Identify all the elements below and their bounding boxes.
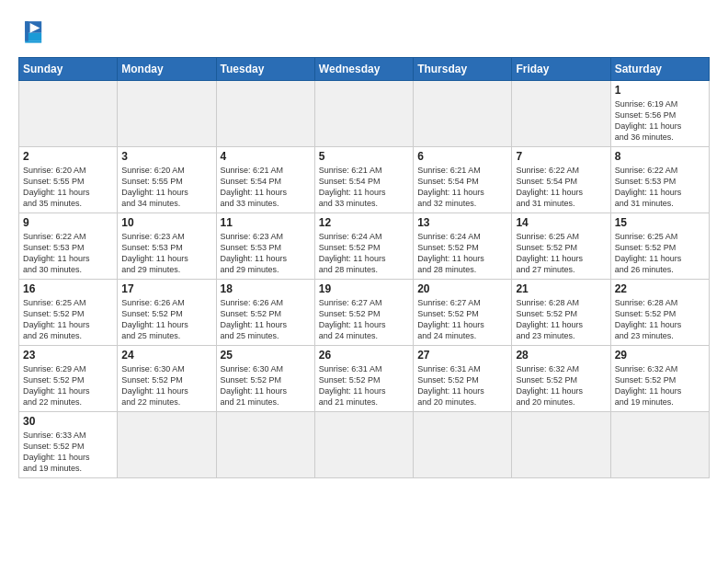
day-info: Sunrise: 6:24 AM Sunset: 5:52 PM Dayligh… xyxy=(319,231,409,276)
calendar-cell xyxy=(414,412,512,478)
header-thursday: Thursday xyxy=(414,58,512,81)
calendar-cell xyxy=(610,412,709,478)
calendar-cell: 26Sunrise: 6:31 AM Sunset: 5:52 PM Dayli… xyxy=(314,346,413,412)
day-number: 18 xyxy=(221,282,311,295)
day-number: 1 xyxy=(615,84,705,97)
day-info: Sunrise: 6:30 AM Sunset: 5:52 PM Dayligh… xyxy=(221,363,311,408)
calendar-row-2: 9Sunrise: 6:22 AM Sunset: 5:53 PM Daylig… xyxy=(19,213,710,280)
day-info: Sunrise: 6:26 AM Sunset: 5:52 PM Dayligh… xyxy=(121,297,211,342)
calendar-cell: 20Sunrise: 6:27 AM Sunset: 5:52 PM Dayli… xyxy=(414,280,512,346)
calendar-cell: 19Sunrise: 6:27 AM Sunset: 5:52 PM Dayli… xyxy=(314,280,413,346)
day-info: Sunrise: 6:25 AM Sunset: 5:52 PM Dayligh… xyxy=(516,231,606,276)
weekday-header-row: Sunday Monday Tuesday Wednesday Thursday… xyxy=(19,58,710,81)
page: Sunday Monday Tuesday Wednesday Thursday… xyxy=(0,0,728,488)
calendar-cell: 28Sunrise: 6:32 AM Sunset: 5:52 PM Dayli… xyxy=(512,346,610,412)
day-info: Sunrise: 6:20 AM Sunset: 5:55 PM Dayligh… xyxy=(23,165,113,210)
calendar-cell: 10Sunrise: 6:23 AM Sunset: 5:53 PM Dayli… xyxy=(118,213,216,280)
calendar-cell: 1Sunrise: 6:19 AM Sunset: 5:56 PM Daylig… xyxy=(610,81,709,147)
calendar-cell xyxy=(512,412,610,478)
header-saturday: Saturday xyxy=(610,58,709,81)
day-info: Sunrise: 6:26 AM Sunset: 5:52 PM Dayligh… xyxy=(221,297,311,342)
day-number: 19 xyxy=(319,282,409,295)
day-number: 5 xyxy=(319,150,409,163)
calendar-cell: 24Sunrise: 6:30 AM Sunset: 5:52 PM Dayli… xyxy=(118,346,216,412)
calendar-cell: 8Sunrise: 6:22 AM Sunset: 5:53 PM Daylig… xyxy=(610,147,709,213)
day-info: Sunrise: 6:22 AM Sunset: 5:54 PM Dayligh… xyxy=(516,165,606,210)
calendar-cell: 21Sunrise: 6:28 AM Sunset: 5:52 PM Dayli… xyxy=(512,280,610,346)
calendar-cell: 22Sunrise: 6:28 AM Sunset: 5:52 PM Dayli… xyxy=(610,280,709,346)
day-info: Sunrise: 6:21 AM Sunset: 5:54 PM Dayligh… xyxy=(221,165,311,210)
day-info: Sunrise: 6:29 AM Sunset: 5:52 PM Dayligh… xyxy=(23,363,113,408)
general-blue-icon xyxy=(18,15,51,48)
calendar-cell: 13Sunrise: 6:24 AM Sunset: 5:52 PM Dayli… xyxy=(414,213,512,280)
day-info: Sunrise: 6:28 AM Sunset: 5:52 PM Dayligh… xyxy=(516,297,606,342)
calendar-row-0: 1Sunrise: 6:19 AM Sunset: 5:56 PM Daylig… xyxy=(19,81,710,147)
calendar-cell xyxy=(19,81,118,147)
calendar-cell: 18Sunrise: 6:26 AM Sunset: 5:52 PM Dayli… xyxy=(216,280,314,346)
day-number: 27 xyxy=(417,349,507,362)
header-wednesday: Wednesday xyxy=(314,58,413,81)
day-number: 4 xyxy=(221,150,311,163)
day-number: 26 xyxy=(319,349,409,362)
calendar-cell xyxy=(314,81,413,147)
day-info: Sunrise: 6:19 AM Sunset: 5:56 PM Dayligh… xyxy=(615,98,705,144)
day-info: Sunrise: 6:21 AM Sunset: 5:54 PM Dayligh… xyxy=(319,165,409,210)
calendar-cell: 6Sunrise: 6:21 AM Sunset: 5:54 PM Daylig… xyxy=(414,147,512,213)
day-number: 23 xyxy=(23,349,113,362)
day-number: 12 xyxy=(319,216,409,229)
day-number: 11 xyxy=(221,216,311,229)
calendar-cell: 30Sunrise: 6:33 AM Sunset: 5:52 PM Dayli… xyxy=(19,412,118,478)
day-number: 30 xyxy=(23,415,113,428)
day-info: Sunrise: 6:31 AM Sunset: 5:52 PM Dayligh… xyxy=(417,363,507,408)
calendar-cell: 25Sunrise: 6:30 AM Sunset: 5:52 PM Dayli… xyxy=(216,346,314,412)
day-number: 20 xyxy=(417,282,507,295)
day-number: 16 xyxy=(23,282,113,295)
day-info: Sunrise: 6:27 AM Sunset: 5:52 PM Dayligh… xyxy=(417,297,507,342)
calendar-cell: 7Sunrise: 6:22 AM Sunset: 5:54 PM Daylig… xyxy=(512,147,610,213)
day-info: Sunrise: 6:22 AM Sunset: 5:53 PM Dayligh… xyxy=(23,231,113,276)
day-info: Sunrise: 6:25 AM Sunset: 5:52 PM Dayligh… xyxy=(23,297,113,342)
day-info: Sunrise: 6:21 AM Sunset: 5:54 PM Dayligh… xyxy=(417,165,507,210)
day-info: Sunrise: 6:23 AM Sunset: 5:53 PM Dayligh… xyxy=(121,231,211,276)
calendar-cell: 11Sunrise: 6:23 AM Sunset: 5:53 PM Dayli… xyxy=(216,213,314,280)
day-number: 24 xyxy=(121,349,211,362)
day-info: Sunrise: 6:23 AM Sunset: 5:53 PM Dayligh… xyxy=(221,231,311,276)
day-info: Sunrise: 6:25 AM Sunset: 5:52 PM Dayligh… xyxy=(615,231,705,276)
calendar-row-3: 16Sunrise: 6:25 AM Sunset: 5:52 PM Dayli… xyxy=(19,280,710,346)
day-info: Sunrise: 6:28 AM Sunset: 5:52 PM Dayligh… xyxy=(615,297,705,342)
day-number: 22 xyxy=(615,282,705,295)
day-number: 21 xyxy=(516,282,606,295)
day-number: 15 xyxy=(615,216,705,229)
day-info: Sunrise: 6:24 AM Sunset: 5:52 PM Dayligh… xyxy=(417,231,507,276)
logo xyxy=(18,15,57,48)
calendar-cell: 15Sunrise: 6:25 AM Sunset: 5:52 PM Dayli… xyxy=(610,213,709,280)
calendar-row-1: 2Sunrise: 6:20 AM Sunset: 5:55 PM Daylig… xyxy=(19,147,710,213)
calendar-cell xyxy=(216,81,314,147)
calendar-cell: 9Sunrise: 6:22 AM Sunset: 5:53 PM Daylig… xyxy=(19,213,118,280)
calendar-cell: 16Sunrise: 6:25 AM Sunset: 5:52 PM Dayli… xyxy=(19,280,118,346)
day-number: 25 xyxy=(221,349,311,362)
day-number: 8 xyxy=(615,150,705,163)
day-info: Sunrise: 6:32 AM Sunset: 5:52 PM Dayligh… xyxy=(516,363,606,408)
day-info: Sunrise: 6:30 AM Sunset: 5:52 PM Dayligh… xyxy=(121,363,211,408)
day-info: Sunrise: 6:27 AM Sunset: 5:52 PM Dayligh… xyxy=(319,297,409,342)
day-number: 3 xyxy=(121,150,211,163)
calendar-row-4: 23Sunrise: 6:29 AM Sunset: 5:52 PM Dayli… xyxy=(19,346,710,412)
header-tuesday: Tuesday xyxy=(216,58,314,81)
day-number: 14 xyxy=(516,216,606,229)
day-info: Sunrise: 6:32 AM Sunset: 5:52 PM Dayligh… xyxy=(615,363,705,408)
calendar-cell: 23Sunrise: 6:29 AM Sunset: 5:52 PM Dayli… xyxy=(19,346,118,412)
calendar-cell xyxy=(118,412,216,478)
calendar-cell xyxy=(216,412,314,478)
svg-rect-4 xyxy=(25,41,41,43)
day-number: 29 xyxy=(615,349,705,362)
day-number: 7 xyxy=(516,150,606,163)
calendar-cell: 29Sunrise: 6:32 AM Sunset: 5:52 PM Dayli… xyxy=(610,346,709,412)
day-number: 17 xyxy=(121,282,211,295)
day-info: Sunrise: 6:20 AM Sunset: 5:55 PM Dayligh… xyxy=(121,165,211,210)
calendar-cell: 4Sunrise: 6:21 AM Sunset: 5:54 PM Daylig… xyxy=(216,147,314,213)
calendar-cell xyxy=(414,81,512,147)
day-number: 13 xyxy=(417,216,507,229)
day-number: 28 xyxy=(516,349,606,362)
header-friday: Friday xyxy=(512,58,610,81)
